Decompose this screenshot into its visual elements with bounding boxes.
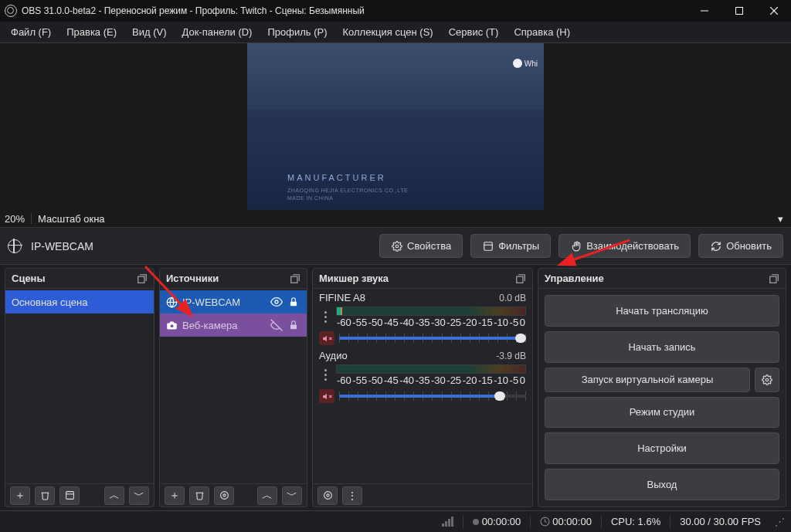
preview-watermark: Whi — [513, 59, 538, 68]
interact-button[interactable]: Взаимодействовать — [558, 234, 691, 258]
scene-filter-button[interactable] — [59, 486, 80, 505]
mute-button[interactable] — [319, 331, 334, 345]
volume-slider[interactable] — [339, 389, 526, 403]
svg-point-18 — [222, 494, 225, 496]
menu-dock[interactable]: Док-панели (D) — [175, 22, 260, 42]
menu-file[interactable]: Файл (F) — [3, 22, 59, 42]
scenes-toolbar: ＋ ︿ ﹀ — [5, 483, 154, 507]
zoom-fit-label[interactable]: Масштаб окна — [38, 213, 105, 225]
visibility-off-icon[interactable] — [270, 318, 283, 332]
volume-slider[interactable] — [339, 331, 526, 345]
svg-point-13 — [275, 300, 278, 303]
source-item[interactable]: Веб-камера — [160, 313, 307, 337]
scene-item[interactable]: Основная сцена — [5, 290, 154, 313]
source-toolbar: IP-WEBCAM Свойства Фильтры Взаимодейство… — [0, 228, 791, 265]
mixer-settings-button[interactable] — [317, 486, 338, 505]
mute-button[interactable] — [319, 389, 334, 403]
menu-bar: Файл (F) Правка (E) Вид (V) Док-панели (… — [0, 22, 791, 43]
popout-icon[interactable] — [769, 273, 779, 284]
preview-canvas[interactable]: Whi MANUFACTURER ZHAOQING HEJIA ELECTRON… — [0, 43, 791, 210]
start-virtual-camera-button[interactable]: Запуск виртуальной камеры — [545, 368, 750, 392]
camera-icon — [166, 320, 178, 331]
mixer-menu-button[interactable]: ⋮ — [342, 486, 362, 505]
lock-icon[interactable] — [287, 318, 300, 332]
audio-mixer-panel: Микшер звука FIFINE A8 0.0 dB -60-55-50-… — [312, 268, 533, 507]
svg-rect-7 — [138, 276, 144, 283]
channel-menu-button[interactable] — [319, 310, 331, 324]
properties-button[interactable]: Свойства — [379, 234, 463, 258]
start-recording-button[interactable]: Начать запись — [545, 331, 779, 363]
video-source-preview: Whi MANUFACTURER ZHAOQING HEJIA ELECTRON… — [247, 43, 544, 210]
svg-point-28 — [324, 492, 331, 500]
popout-icon[interactable] — [290, 273, 300, 284]
move-up-button[interactable]: ︿ — [104, 486, 124, 505]
cpu-usage: CPU: 1.6% — [611, 516, 660, 527]
scenes-header: Сцены — [5, 269, 154, 289]
visibility-icon[interactable] — [270, 295, 283, 309]
maximize-button[interactable] — [721, 0, 756, 22]
audio-meter — [336, 364, 526, 374]
remove-scene-button[interactable] — [35, 486, 55, 505]
svg-rect-1 — [735, 8, 742, 15]
obs-logo-icon — [5, 5, 17, 17]
selected-source-name: IP-WEBCAM — [31, 240, 93, 252]
sources-panel: Источники IP-WEBCAM Веб-камера — [159, 268, 307, 507]
close-button[interactable] — [756, 0, 791, 22]
status-bar: 00:00:00 00:00:00 CPU: 1.6% 30.00 / 30.0… — [0, 510, 791, 532]
preview-text-sub1: ZHAOQING HEJIA ELECTRONICS CO.,LTE — [287, 188, 408, 193]
popout-icon[interactable] — [515, 273, 526, 284]
add-source-button[interactable]: ＋ — [165, 486, 185, 505]
channel-db: 0.0 dB — [499, 293, 526, 303]
popout-icon[interactable] — [137, 273, 148, 284]
network-icon — [442, 517, 453, 527]
menu-scene-collection[interactable]: Коллекция сцен (S) — [335, 22, 441, 42]
source-name: IP-WEBCAM — [182, 296, 240, 308]
filters-button[interactable]: Фильтры — [470, 234, 551, 258]
svg-point-19 — [220, 492, 228, 500]
gear-icon — [391, 240, 402, 252]
window-title: OBS 31.0.0-beta2 - Переносной режим - Пр… — [22, 5, 365, 16]
exit-button[interactable]: Выход — [545, 469, 779, 500]
svg-rect-20 — [517, 276, 523, 283]
virtual-camera-settings-button[interactable] — [755, 368, 779, 392]
studio-mode-button[interactable]: Режим студии — [545, 397, 779, 429]
move-down-button[interactable]: ﹀ — [129, 486, 149, 505]
menu-help[interactable]: Справка (H) — [506, 22, 578, 42]
remove-source-button[interactable] — [189, 486, 209, 505]
db-scale: -60-55-50-45-40-35-30-25-20-15-10-50 — [336, 317, 526, 328]
minimize-button[interactable] — [687, 0, 721, 22]
resize-grip-icon[interactable]: ⋰ — [775, 516, 785, 527]
mixer-channel: Аудио -3.9 dB -60-55-50-45-40-35-30-25-2… — [319, 350, 526, 403]
refresh-button[interactable]: Обновить — [698, 234, 783, 258]
svg-point-15 — [171, 324, 174, 327]
lock-icon[interactable] — [287, 295, 300, 309]
start-streaming-button[interactable]: Начать трансляцию — [545, 295, 779, 327]
menu-profile[interactable]: Профиль (P) — [260, 22, 334, 42]
svg-rect-8 — [66, 492, 73, 500]
move-up-button[interactable]: ︿ — [257, 486, 277, 505]
channel-menu-button[interactable] — [319, 368, 331, 381]
mixer-header: Микшер звука — [313, 269, 532, 289]
channel-name: FIFINE A8 — [319, 292, 365, 303]
record-dot-icon — [473, 519, 479, 525]
source-item[interactable]: IP-WEBCAM — [160, 290, 307, 313]
svg-rect-5 — [484, 242, 492, 250]
controls-panel: Управление Начать трансляцию Начать запи… — [538, 268, 786, 507]
sources-toolbar: ＋ ︿ ﹀ — [160, 483, 307, 507]
recording-status: 00:00:00 — [473, 516, 521, 527]
fps-counter: 30.00 / 30.00 FPS — [680, 516, 761, 527]
streaming-status: 00:00:00 — [540, 516, 592, 527]
svg-marker-24 — [323, 393, 327, 399]
settings-button[interactable]: Настройки — [545, 432, 779, 464]
menu-service[interactable]: Сервис (T) — [441, 22, 507, 42]
mixer-channel: FIFINE A8 0.0 dB -60-55-50-45-40-35-30-2… — [319, 292, 526, 345]
title-bar: OBS 31.0.0-beta2 - Переносной режим - Пр… — [0, 0, 791, 22]
mixer-toolbar: ⋮ — [313, 483, 532, 507]
add-scene-button[interactable]: ＋ — [10, 486, 30, 505]
move-down-button[interactable]: ﹀ — [282, 486, 302, 505]
menu-view[interactable]: Вид (V) — [124, 22, 174, 42]
menu-edit[interactable]: Правка (E) — [59, 22, 124, 42]
zoom-dropdown-icon[interactable]: ▾ — [778, 213, 783, 225]
source-properties-toolbar-button[interactable] — [214, 486, 234, 505]
svg-rect-10 — [291, 276, 297, 283]
